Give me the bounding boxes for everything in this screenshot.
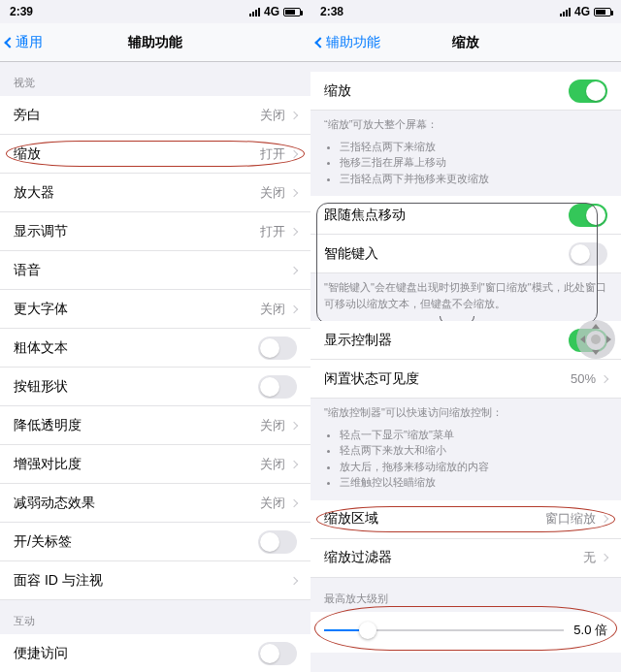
back-button[interactable]: 辅助功能 [310,34,380,51]
row-value: 窗口缩放 [545,510,596,528]
row-filter[interactable]: 缩放过滤器 无 [310,539,621,578]
back-label: 通用 [16,34,43,51]
list-item: 三维触控以轻瞄缩放 [340,474,607,491]
row-zoom-switch[interactable]: 缩放 [310,72,621,111]
row-value: 关闭 [260,107,285,124]
row-region[interactable]: 缩放区域 窗口缩放 [310,500,621,539]
chevron-right-icon [290,266,298,273]
controller-desc-list: 轻点一下显示"缩放"菜单 轻点两下来放大和缩小 放大后，拖移来移动缩放的内容 三… [310,421,621,500]
toggle-switch[interactable] [258,642,297,665]
row-label: 粗体文本 [14,339,258,357]
row-value: 无 [583,549,596,566]
content[interactable]: 视觉 旁白 关闭 缩放 打开 放大器 关闭 显示调节 打开 [0,62,310,672]
row-faceid[interactable]: 面容 ID 与注视 [0,561,310,600]
page-title: 辅助功能 [0,34,310,51]
chevron-right-icon [290,188,298,196]
max-zoom-value: 5.0 倍 [573,622,607,639]
screen-zoom: 2:38 4G 辅助功能 缩放 缩放 “缩放”可放大整个屏幕： 三指轻点两下来缩… [310,0,621,672]
row-label: 放大器 [14,184,260,202]
row-label: 面容 ID 与注视 [14,572,291,590]
status-bar: 2:39 4G [0,0,310,23]
row-value: 关闭 [260,417,285,434]
chevron-right-icon [290,304,298,312]
chevron-right-icon [601,515,608,523]
list-item: 轻点一下显示"缩放"菜单 [340,427,607,443]
back-label: 辅助功能 [326,34,380,51]
row-label: 更大字体 [14,301,260,318]
chevron-right-icon [601,554,608,561]
controller-desc-head: "缩放控制器"可以快速访问缩放控制： [310,399,621,421]
chevron-right-icon [290,498,298,506]
row-label: 缩放过滤器 [324,549,583,566]
signal-icon [560,8,571,16]
status-bar: 2:38 4G [310,0,621,23]
chevron-right-icon [290,111,298,118]
row-value: 关闭 [260,495,285,512]
toggle-onoff[interactable] [258,530,297,554]
max-zoom-slider[interactable] [324,629,564,631]
row-magnifier[interactable]: 放大器 关闭 [0,174,310,212]
content[interactable]: 缩放 “缩放”可放大整个屏幕： 三指轻点两下来缩放 拖移三指在屏幕上移动 三指轻… [310,62,621,672]
row-largertext[interactable]: 更大字体 关闭 [0,290,310,329]
list-item: 放大后，拖移来移动缩放的内容 [340,459,607,475]
chevron-right-icon [290,460,298,467]
list-item: 拖移三指在屏幕上移动 [340,154,607,171]
toggle-zoom[interactable] [569,80,607,103]
nav-bar: 辅助功能 缩放 [310,23,621,62]
status-net: 4G [574,5,590,18]
row-value: 关闭 [260,184,285,202]
row-zoom[interactable]: 缩放 打开 [0,135,310,174]
row-switch[interactable]: 便捷访问 [0,634,310,672]
row-motion[interactable]: 减弱动态效果 关闭 [0,484,310,523]
row-label: 增强对比度 [14,456,260,473]
row-label: 减弱动态效果 [14,495,260,512]
row-controller[interactable]: 显示控制器 [310,321,621,360]
chevron-right-icon [290,576,298,584]
row-voiceover[interactable]: 旁白 关闭 [0,96,310,135]
chevron-right-icon [290,227,298,235]
signal-icon [249,8,260,16]
row-onoff[interactable]: 开/关标签 [0,523,310,561]
chevron-left-icon [314,37,325,48]
max-zoom-header: 最高放大级别 [310,578,621,612]
row-label: 便捷访问 [14,645,258,662]
row-speech[interactable]: 语音 [0,251,310,290]
back-button[interactable]: 通用 [0,34,43,51]
row-label: 缩放 [14,145,260,163]
row-contrast[interactable]: 增强对比度 关闭 [0,445,310,484]
row-transparency[interactable]: 降低透明度 关闭 [0,406,310,445]
zoom-desc-head: “缩放”可放大整个屏幕： [310,111,621,133]
row-value: 打开 [260,145,285,163]
battery-icon [594,8,611,16]
row-bold[interactable]: 粗体文本 [0,329,310,368]
chevron-right-icon [290,421,298,429]
zoom-window-overlay[interactable] [316,203,598,324]
row-buttonshapes[interactable]: 按钮形状 [0,368,310,406]
row-idlevis[interactable]: 闲置状态可见度 50% [310,360,621,399]
row-label: 闲置状态可见度 [324,370,571,388]
row-value: 50% [571,371,596,386]
chevron-right-icon [290,149,298,157]
chevron-right-icon [601,374,608,382]
row-label: 缩放 [324,82,569,100]
row-value: 关闭 [260,456,285,473]
group-header-interaction: 互动 [0,600,310,634]
row-label: 降低透明度 [14,417,260,434]
status-time: 2:38 [320,5,343,18]
row-label: 语音 [14,262,291,279]
zoom-desc-list: 三指轻点两下来缩放 拖移三指在屏幕上移动 三指轻点两下并拖移来更改缩放 [310,133,621,197]
toggle-buttonshapes[interactable] [258,375,297,399]
status-time: 2:39 [10,5,33,18]
nav-bar: 通用 辅助功能 [0,23,310,62]
row-label: 缩放区域 [324,510,545,528]
row-label: 显示控制器 [324,332,569,349]
toggle-bold[interactable] [258,336,297,360]
list-item: 三指轻点两下来缩放 [340,139,607,155]
row-value: 打开 [260,223,285,240]
row-value: 关闭 [260,301,285,318]
row-label: 开/关标签 [14,533,258,551]
row-max-zoom: 5.0 倍 [310,612,621,653]
row-display[interactable]: 显示调节 打开 [0,212,310,251]
zoom-controller-widget[interactable] [576,320,615,359]
list-item: 三指轻点两下并拖移来更改缩放 [340,171,607,187]
